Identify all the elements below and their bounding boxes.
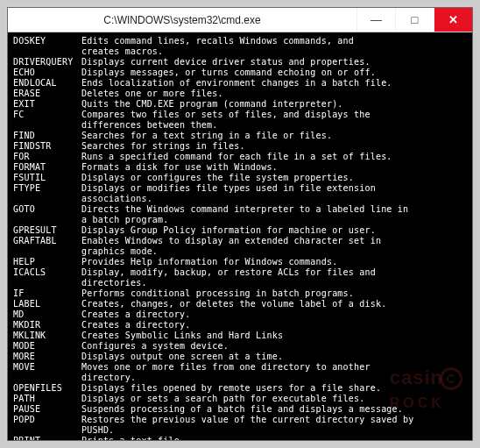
- command-desc: Moves one or more files from one directo…: [81, 362, 467, 373]
- command-desc: Compares two files or sets of files, and…: [81, 110, 467, 120]
- command-name: FOR: [13, 152, 81, 162]
- command-row-cont: .directories.: [13, 278, 467, 288]
- command-row: FINDSTRSearches for strings in files.: [13, 141, 467, 152]
- command-desc: Enables Windows to display an extended c…: [81, 236, 467, 246]
- command-row: GPRESULTDisplays Group Policy informatio…: [13, 225, 467, 236]
- command-row: MOVEMoves one or more files from one dir…: [13, 362, 467, 373]
- command-desc: Creates, changes, or deletes the volume …: [81, 299, 467, 309]
- command-row: MODEConfigures a system device.: [13, 341, 467, 352]
- command-name: MD: [13, 309, 81, 320]
- command-desc: Displays current device driver status an…: [81, 57, 467, 68]
- command-row-cont: .directory.: [13, 373, 467, 383]
- command-name: GPRESULT: [13, 225, 81, 236]
- command-name: GOTO: [13, 204, 81, 215]
- command-name: FIND: [13, 131, 81, 141]
- minimize-button[interactable]: —: [356, 8, 395, 32]
- command-desc: Display, modify, backup, or restore ACLs…: [81, 267, 467, 278]
- command-row: EXITQuits the CMD.EXE program (command i…: [13, 99, 467, 110]
- command-row: MOREDisplays output one screen at a time…: [13, 352, 467, 362]
- command-desc: PUSHD.: [81, 425, 467, 436]
- window-buttons: — □ ✕: [356, 8, 472, 32]
- command-name: FSUTIL: [13, 173, 81, 183]
- command-row-cont: .differences between them.: [13, 120, 467, 131]
- command-row: FCCompares two files or sets of files, a…: [13, 110, 467, 120]
- command-name: OPENFILES: [13, 383, 81, 394]
- command-row: FSUTILDisplays or configures the file sy…: [13, 173, 467, 183]
- command-row: FORMATFormats a disk for use with Window…: [13, 162, 467, 173]
- command-desc: Formats a disk for use with Windows.: [81, 162, 467, 173]
- command-name: PAUSE: [13, 404, 81, 415]
- command-row-cont: .associations.: [13, 194, 467, 204]
- terminal-output[interactable]: DOSKEYEdits command lines, recalls Windo…: [8, 32, 472, 440]
- maximize-button[interactable]: □: [395, 8, 434, 32]
- cmd-window: C:\WINDOWS\system32\cmd.exe — □ ✕ DOSKEY…: [7, 7, 473, 441]
- command-desc: Displays or configures the file system p…: [81, 173, 467, 183]
- command-name: MORE: [13, 352, 81, 362]
- command-row: IFPerforms conditional processing in bat…: [13, 288, 467, 299]
- command-desc: creates macros.: [81, 46, 467, 57]
- command-row-cont: .PUSHD.: [13, 425, 467, 436]
- command-desc: Quits the CMD.EXE program (command inter…: [81, 99, 467, 110]
- command-name: PRINT: [13, 436, 81, 440]
- command-name: POPD: [13, 415, 81, 425]
- command-desc: Displays or sets a search path for execu…: [81, 394, 467, 404]
- command-name: LABEL: [13, 299, 81, 309]
- command-row-cont: .creates macros.: [13, 46, 467, 57]
- command-name: ERASE: [13, 89, 81, 99]
- command-row: LABELCreates, changes, or deletes the vo…: [13, 299, 467, 309]
- command-row: PATHDisplays or sets a search path for e…: [13, 394, 467, 404]
- command-name: HELP: [13, 257, 81, 267]
- command-row: ENDLOCALEnds localization of environment…: [13, 78, 467, 89]
- command-name: DRIVERQUERY: [13, 57, 81, 68]
- command-row: GRAFTABLEnables Windows to display an ex…: [13, 236, 467, 246]
- command-desc: Restores the previous value of the curre…: [81, 415, 467, 425]
- command-desc: Creates Symbolic Links and Hard Links: [81, 331, 467, 341]
- command-row-cont: .graphics mode.: [13, 246, 467, 257]
- command-desc: Displays output one screen at a time.: [81, 352, 467, 362]
- command-row-cont: .a batch program.: [13, 215, 467, 225]
- command-row: ERASEDeletes one or more files.: [13, 89, 467, 99]
- command-name: MKDIR: [13, 320, 81, 331]
- command-row: POPDRestores the previous value of the c…: [13, 415, 467, 425]
- command-name: IF: [13, 288, 81, 299]
- command-row: MDCreates a directory.: [13, 309, 467, 320]
- command-row: ICACLSDisplay, modify, backup, or restor…: [13, 267, 467, 278]
- titlebar: C:\WINDOWS\system32\cmd.exe — □ ✕: [8, 8, 472, 32]
- command-desc: Searches for strings in files.: [81, 141, 467, 152]
- command-desc: associations.: [81, 194, 467, 204]
- command-desc: Provides Help information for Windows co…: [81, 257, 467, 267]
- command-name: FORMAT: [13, 162, 81, 173]
- command-desc: differences between them.: [81, 120, 467, 131]
- command-row: PRINTPrints a text file.: [13, 436, 467, 440]
- command-name: EXIT: [13, 99, 81, 110]
- command-name: MODE: [13, 341, 81, 352]
- command-name: FC: [13, 110, 81, 120]
- command-desc: Creates a directory.: [81, 309, 467, 320]
- command-name: ICACLS: [13, 267, 81, 278]
- command-row: HELPProvides Help information for Window…: [13, 257, 467, 267]
- command-name: FINDSTR: [13, 141, 81, 152]
- command-row: FTYPEDisplays or modifies file types use…: [13, 183, 467, 194]
- command-desc: directories.: [81, 278, 467, 288]
- command-desc: Ends localization of environment changes…: [81, 78, 467, 89]
- command-name: MOVE: [13, 362, 81, 373]
- command-desc: Searches for a text string in a file or …: [81, 131, 467, 141]
- command-name: ENDLOCAL: [13, 78, 81, 89]
- command-desc: Configures a system device.: [81, 341, 467, 352]
- command-desc: Edits command lines, recalls Windows com…: [81, 36, 467, 46]
- command-desc: graphics mode.: [81, 246, 467, 257]
- command-row: ECHODisplays messages, or turns command …: [13, 68, 467, 78]
- command-desc: Displays files opened by remote users fo…: [81, 383, 467, 394]
- command-row: PAUSESuspends processing of a batch file…: [13, 404, 467, 415]
- command-row: OPENFILESDisplays files opened by remote…: [13, 383, 467, 394]
- command-row: MKLINKCreates Symbolic Links and Hard Li…: [13, 331, 467, 341]
- command-desc: Runs a specified command for each file i…: [81, 152, 467, 162]
- command-desc: Displays Group Policy information for ma…: [81, 225, 467, 236]
- command-desc: Performs conditional processing in batch…: [81, 288, 467, 299]
- close-button[interactable]: ✕: [434, 8, 472, 32]
- command-desc: Directs the Windows command interpreter …: [81, 204, 467, 215]
- command-name: FTYPE: [13, 183, 81, 194]
- command-name: GRAFTABL: [13, 236, 81, 246]
- command-desc: Displays messages, or turns command echo…: [81, 68, 467, 78]
- command-row: GOTODirects the Windows command interpre…: [13, 204, 467, 215]
